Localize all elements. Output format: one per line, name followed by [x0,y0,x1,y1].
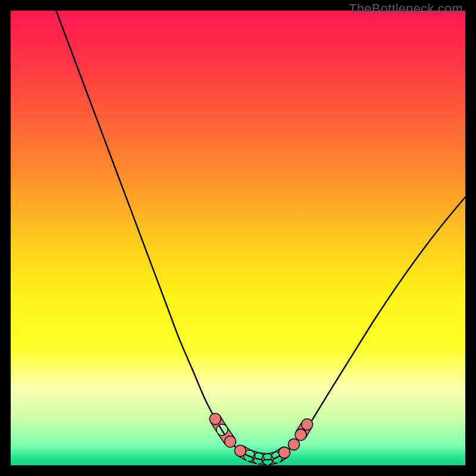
watermark-text: TheBottleneck.com [349,1,463,17]
marker-cap [209,414,221,425]
marker-group [209,414,312,465]
chart-frame: TheBottleneck.com [0,0,476,476]
marker-cap [302,419,313,430]
marker-cap [234,445,246,456]
plot-area [11,11,465,465]
marker-cap [295,429,306,440]
marker-cap [225,436,236,447]
curve-layer [11,11,465,465]
marker-dot [288,439,299,450]
bottleneck-curve [56,11,465,460]
marker-cap [278,447,290,458]
